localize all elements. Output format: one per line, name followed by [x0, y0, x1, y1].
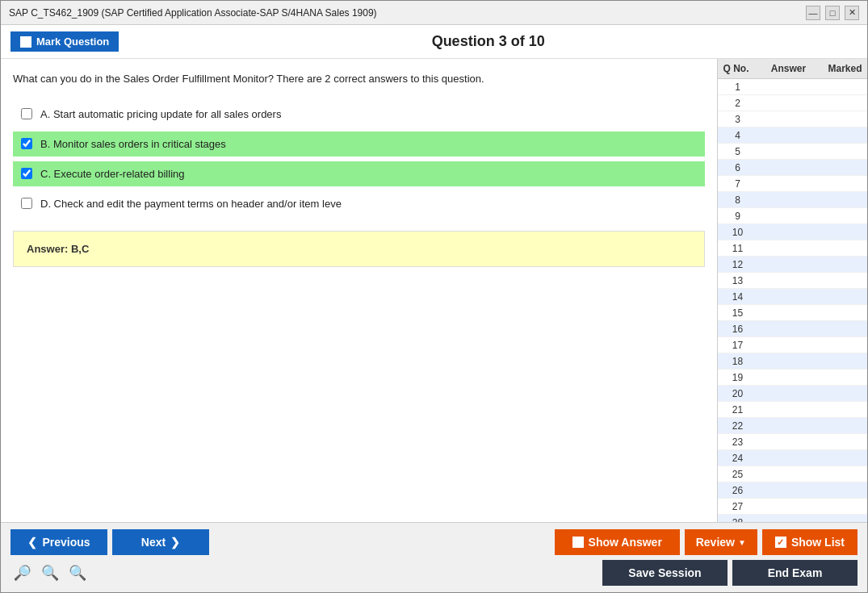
sidebar-qno-header: Q No.	[718, 59, 754, 78]
sidebar-row[interactable]: 24	[718, 450, 867, 466]
close-button[interactable]: ✕	[845, 6, 859, 20]
zoom-in-button[interactable]: 🔍	[65, 562, 90, 583]
sidebar-row[interactable]: 22	[718, 418, 867, 434]
show-answer-button[interactable]: Show Answer	[555, 529, 680, 555]
checkbox-d[interactable]	[21, 198, 32, 209]
save-session-button[interactable]: Save Session	[602, 560, 728, 586]
option-c-label: C. Execute order-related billing	[40, 168, 184, 180]
option-c[interactable]: C. Execute order-related billing	[13, 161, 705, 186]
sidebar-row[interactable]: 19	[718, 370, 867, 386]
sidebar-list[interactable]: 1 2 3 4 5 6 7 8	[718, 79, 867, 522]
show-answer-label: Show Answer	[589, 536, 662, 549]
title-bar: SAP C_TS462_1909 (SAP Certified Applicat…	[1, 1, 867, 25]
sidebar-row-num: 13	[718, 275, 754, 286]
sidebar-row-num: 5	[718, 146, 754, 157]
maximize-button[interactable]: □	[825, 6, 840, 20]
checkbox-a[interactable]	[21, 108, 32, 119]
sidebar-row-num: 19	[718, 372, 754, 383]
sidebar-row[interactable]: 12	[718, 257, 867, 273]
mark-question-button[interactable]: ✓ Mark Question	[10, 31, 119, 52]
sidebar-marked-header: Marked	[823, 59, 867, 78]
footer-nav-row: Previous Next Show Answer Review ▼ ✓ Sho…	[10, 529, 858, 555]
sidebar-row-num: 12	[718, 259, 754, 270]
sidebar-row-num: 10	[718, 227, 754, 238]
sidebar-row[interactable]: 11	[718, 240, 867, 257]
mark-question-label: Mark Question	[36, 35, 109, 48]
sidebar-row[interactable]: 7	[718, 176, 867, 192]
minimize-button[interactable]: —	[806, 6, 820, 20]
checkbox-b[interactable]	[21, 138, 32, 149]
sidebar-row[interactable]: 20	[718, 386, 867, 402]
sidebar-row[interactable]: 6	[718, 160, 867, 176]
sidebar-row[interactable]: 16	[718, 321, 867, 337]
option-b[interactable]: B. Monitor sales orders in critical stag…	[13, 132, 705, 157]
sidebar-row[interactable]: 8	[718, 192, 867, 208]
end-exam-button[interactable]: End Exam	[732, 560, 858, 586]
option-b-label: B. Monitor sales orders in critical stag…	[40, 138, 226, 150]
sidebar-row[interactable]: 3	[718, 111, 867, 127]
zoom-controls: 🔍 🔍 🔍	[10, 562, 90, 583]
option-a[interactable]: A. Start automatic pricing update for al…	[13, 102, 705, 127]
question-text: What can you do in the Sales Order Fulfi…	[13, 71, 705, 87]
question-header: Question 3 of 10	[119, 33, 858, 50]
zoom-out-button[interactable]: 🔍	[10, 562, 35, 583]
sidebar-row-num: 27	[718, 501, 754, 512]
sidebar-row-num: 7	[718, 178, 754, 190]
answer-text: Answer: B,C	[27, 243, 89, 255]
sidebar-row[interactable]: 14	[718, 289, 867, 305]
sidebar-row[interactable]: 2	[718, 95, 867, 111]
next-arrow-icon	[170, 536, 180, 549]
sidebar-row[interactable]: 26	[718, 482, 867, 499]
sidebar-row[interactable]: 21	[718, 402, 867, 418]
checkbox-c[interactable]	[21, 168, 32, 179]
sidebar-row-num: 21	[718, 404, 754, 416]
window-title: SAP C_TS462_1909 (SAP Certified Applicat…	[9, 7, 377, 19]
previous-button[interactable]: Previous	[10, 529, 107, 555]
sidebar-row-num: 15	[718, 307, 754, 319]
main-content: What can you do in the Sales Order Fulfi…	[1, 59, 867, 522]
sidebar-row-num: 22	[718, 420, 754, 432]
sidebar-row[interactable]: 17	[718, 337, 867, 353]
footer: Previous Next Show Answer Review ▼ ✓ Sho…	[1, 522, 867, 592]
footer-action-row: 🔍 🔍 🔍 Save Session End Exam	[10, 560, 858, 586]
sidebar-row-num: 17	[718, 340, 754, 351]
previous-arrow-icon	[27, 536, 37, 549]
sidebar-header: Q No. Answer Marked	[718, 59, 867, 79]
sidebar-row-num: 14	[718, 291, 754, 303]
question-panel: What can you do in the Sales Order Fulfi…	[1, 59, 718, 522]
sidebar-row[interactable]: 5	[718, 144, 867, 160]
end-exam-label: End Exam	[768, 566, 823, 579]
show-list-label: Show List	[791, 536, 845, 549]
show-list-button[interactable]: ✓ Show List	[762, 529, 858, 555]
sidebar-row-num: 18	[718, 356, 754, 367]
sidebar-row[interactable]: 9	[718, 208, 867, 224]
sidebar-row[interactable]: 18	[718, 353, 867, 370]
sidebar-row-num: 20	[718, 388, 754, 399]
sidebar-row[interactable]: 4	[718, 127, 867, 144]
sidebar-row-num: 16	[718, 324, 754, 335]
sidebar-row[interactable]: 10	[718, 224, 867, 240]
toolbar: ✓ Mark Question Question 3 of 10	[1, 25, 867, 59]
question-list-sidebar: Q No. Answer Marked 1 2 3 4 5	[718, 59, 867, 522]
option-a-label: A. Start automatic pricing update for al…	[40, 108, 281, 120]
show-list-checkbox-icon: ✓	[775, 537, 786, 548]
sidebar-row[interactable]: 1	[718, 79, 867, 95]
review-button[interactable]: Review ▼	[685, 529, 757, 555]
review-dropdown-icon: ▼	[738, 538, 746, 547]
sidebar-row-num: 9	[718, 211, 754, 222]
next-button[interactable]: Next	[112, 529, 209, 555]
sidebar-row-num: 4	[718, 130, 754, 141]
option-d[interactable]: D. Check and edit the payment terms on h…	[13, 191, 705, 216]
sidebar-row[interactable]: 27	[718, 499, 867, 515]
sidebar-row[interactable]: 15	[718, 305, 867, 321]
main-window: SAP C_TS462_1909 (SAP Certified Applicat…	[0, 0, 868, 593]
sidebar-row-num: 8	[718, 194, 754, 206]
sidebar-row-num: 1	[718, 81, 754, 93]
sidebar-row[interactable]: 28	[718, 515, 867, 522]
answer-box: Answer: B,C	[13, 231, 705, 267]
sidebar-row-num: 6	[718, 162, 754, 173]
sidebar-row[interactable]: 25	[718, 466, 867, 482]
sidebar-row[interactable]: 13	[718, 273, 867, 289]
sidebar-row[interactable]: 23	[718, 434, 867, 450]
zoom-fit-button[interactable]: 🔍	[38, 562, 62, 583]
